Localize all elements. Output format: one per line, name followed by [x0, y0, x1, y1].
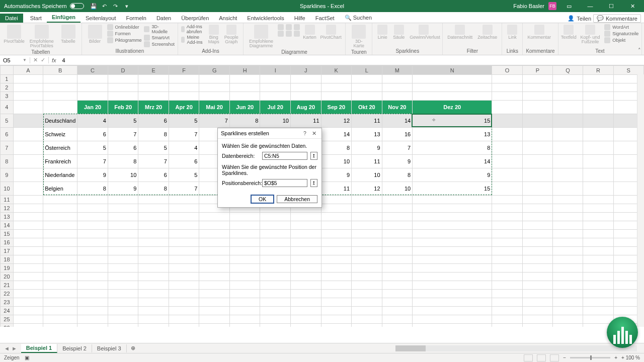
- cell-M16[interactable]: [382, 238, 413, 247]
- cell-F24[interactable]: [169, 307, 199, 315]
- cell-P8[interactable]: [522, 155, 552, 168]
- cell-Q20[interactable]: [552, 273, 583, 281]
- cell-D22[interactable]: [108, 290, 138, 298]
- cell-A2[interactable]: [13, 83, 43, 92]
- cell-P22[interactable]: [522, 290, 552, 298]
- cell-Q15[interactable]: [552, 230, 583, 238]
- cell-O2[interactable]: [492, 83, 522, 92]
- col-header-B[interactable]: B: [43, 66, 77, 75]
- page-break-view-icon[interactable]: [550, 354, 559, 361]
- cell-C15[interactable]: [77, 230, 108, 238]
- cell-A14[interactable]: [13, 221, 43, 230]
- cell-L14[interactable]: [352, 221, 382, 230]
- col-header-I[interactable]: I: [260, 66, 290, 75]
- cell-M6[interactable]: 16: [382, 128, 413, 141]
- cell-L9[interactable]: 10: [352, 168, 382, 182]
- table-button[interactable]: Tabelle: [58, 24, 78, 44]
- cell-N7[interactable]: 8: [413, 141, 492, 155]
- maximize-icon[interactable]: ☐: [603, 3, 620, 10]
- cell-E19[interactable]: [138, 264, 169, 273]
- row-header-2[interactable]: 2: [1, 83, 14, 92]
- cell-B12[interactable]: [43, 204, 77, 213]
- user-avatar[interactable]: FB: [548, 2, 556, 10]
- cell-E24[interactable]: [138, 307, 169, 315]
- cell-F21[interactable]: [169, 281, 199, 290]
- cell-O14[interactable]: [492, 221, 522, 230]
- cell-Q18[interactable]: [552, 255, 583, 264]
- cell-R3[interactable]: [583, 92, 613, 101]
- cell-M4[interactable]: Nov 20: [382, 101, 413, 114]
- cell-N15[interactable]: [413, 230, 492, 238]
- cell-N4[interactable]: Dez 20: [413, 101, 492, 114]
- cell-K2[interactable]: [321, 83, 352, 92]
- cell-Q19[interactable]: [552, 264, 583, 273]
- cell-H22[interactable]: [229, 290, 260, 298]
- cell-R2[interactable]: [583, 83, 613, 92]
- comment-button[interactable]: Kommentar: [526, 24, 552, 40]
- cell-C22[interactable]: [77, 290, 108, 298]
- cell-G25[interactable]: [199, 315, 230, 324]
- cell-D18[interactable]: [108, 255, 138, 264]
- cell-A8[interactable]: [13, 155, 43, 168]
- tab-seitenlayout[interactable]: Seitenlayout: [80, 14, 121, 23]
- cell-I4[interactable]: Jul 20: [260, 101, 290, 114]
- cell-K6[interactable]: 14: [321, 128, 352, 141]
- cell-P6[interactable]: [522, 128, 552, 141]
- cell-Q12[interactable]: [552, 204, 583, 213]
- cell-K20[interactable]: [321, 273, 352, 281]
- tab-start[interactable]: Start: [25, 14, 47, 23]
- cell-N20[interactable]: [413, 273, 492, 281]
- cell-E11[interactable]: [138, 196, 169, 204]
- cell-O23[interactable]: [492, 298, 522, 307]
- cell-M15[interactable]: [382, 230, 413, 238]
- shapes-button[interactable]: Formen: [107, 31, 142, 37]
- scrollbar-thumb[interactable]: [395, 345, 426, 351]
- tab-einfuegen[interactable]: Einfügen: [47, 13, 80, 23]
- cell-O25[interactable]: [492, 315, 522, 324]
- cell-C9[interactable]: 9: [77, 168, 108, 182]
- cell-N18[interactable]: [413, 255, 492, 264]
- save-icon[interactable]: 💾: [90, 3, 97, 10]
- cell-E7[interactable]: 5: [138, 141, 169, 155]
- cell-Q1[interactable]: [552, 75, 583, 83]
- position-range-input[interactable]: $O$5: [262, 179, 307, 187]
- cell-C19[interactable]: [77, 264, 108, 273]
- cell-B6[interactable]: Schweiz: [43, 128, 77, 141]
- cell-B17[interactable]: [43, 247, 77, 255]
- cell-C21[interactable]: [77, 281, 108, 290]
- cell-E26[interactable]: [138, 324, 169, 327]
- cell-Q11[interactable]: [552, 196, 583, 204]
- cell-D1[interactable]: [108, 75, 138, 83]
- cell-F23[interactable]: [169, 298, 199, 307]
- cell-H18[interactable]: [229, 255, 260, 264]
- icons-button[interactable]: Piktogramme: [107, 37, 142, 43]
- cell-N25[interactable]: [413, 315, 492, 324]
- row-header-4[interactable]: 4: [1, 101, 14, 114]
- cell-J3[interactable]: [290, 92, 321, 101]
- textbox-button[interactable]: Textfeld: [561, 24, 576, 40]
- my-addins-button[interactable]: Meine Add-Ins: [181, 35, 205, 45]
- cell-B13[interactable]: [43, 213, 77, 221]
- dialog-help-icon[interactable]: ?: [300, 130, 309, 136]
- signature-button[interactable]: Signaturzeile: [604, 31, 638, 37]
- chart-type-icon[interactable]: [294, 31, 300, 37]
- col-header-C[interactable]: C: [77, 66, 108, 75]
- chart-type-icon[interactable]: [286, 24, 292, 30]
- cell-E16[interactable]: [138, 238, 169, 247]
- cell-C2[interactable]: [77, 83, 108, 92]
- cell-J26[interactable]: [290, 324, 321, 327]
- cell-L25[interactable]: [352, 315, 382, 324]
- cell-I13[interactable]: [260, 213, 290, 221]
- ok-button[interactable]: OK: [251, 195, 274, 203]
- recommended-pivot-button[interactable]: Empfohlene PivotTables: [27, 24, 56, 49]
- pictures-button[interactable]: Bilder: [85, 24, 105, 44]
- cell-Q7[interactable]: [552, 141, 583, 155]
- tab-file[interactable]: Datei: [0, 14, 23, 23]
- cell-E20[interactable]: [138, 273, 169, 281]
- cell-P14[interactable]: [522, 221, 552, 230]
- cell-P26[interactable]: [522, 324, 552, 327]
- cell-A18[interactable]: [13, 255, 43, 264]
- fx-icon[interactable]: fx: [49, 57, 59, 63]
- cell-J1[interactable]: [290, 75, 321, 83]
- cell-C8[interactable]: 7: [77, 155, 108, 168]
